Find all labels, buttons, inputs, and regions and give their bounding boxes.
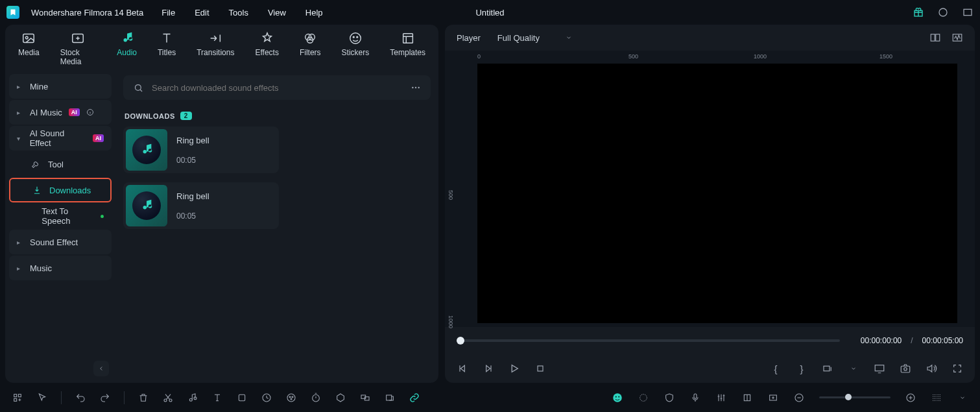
sidebar-item-tts[interactable]: Text To Speech xyxy=(9,204,112,228)
grid-view-icon[interactable] xyxy=(929,32,941,43)
tab-stock[interactable]: Stock Media xyxy=(60,31,97,66)
gift-icon[interactable] xyxy=(913,6,924,18)
snapshot-button[interactable] xyxy=(900,363,911,374)
seek-knob[interactable] xyxy=(457,337,464,345)
text-icon[interactable] xyxy=(211,392,223,404)
svg-point-10 xyxy=(353,36,354,38)
tab-templates[interactable]: Templates xyxy=(390,31,425,66)
sidebar-item-soundeffect[interactable]: ▸Sound Effect xyxy=(9,230,112,254)
wrench-icon xyxy=(30,158,42,170)
stop-button[interactable] xyxy=(534,363,546,374)
tab-filters[interactable]: Filters xyxy=(300,31,321,66)
chevron-down-icon[interactable] xyxy=(957,392,968,404)
sidebar-item-mine[interactable]: ▸Mine xyxy=(9,74,112,99)
menu-view[interactable]: View xyxy=(268,8,286,18)
window-icon[interactable] xyxy=(962,6,974,18)
separator xyxy=(124,391,125,404)
audio-card[interactable]: Ring bell00:05 xyxy=(123,127,279,173)
menu-file[interactable]: File xyxy=(161,8,175,18)
color-icon[interactable] xyxy=(285,392,297,404)
svg-point-43 xyxy=(613,393,622,402)
waveform-icon[interactable] xyxy=(951,32,963,43)
preview-canvas[interactable] xyxy=(477,64,957,323)
audio-thumbnail xyxy=(126,185,167,226)
sidebar-item-tool[interactable]: Tool xyxy=(9,152,112,176)
beat-icon[interactable] xyxy=(187,392,198,404)
more-icon[interactable] xyxy=(410,82,422,93)
effects-tool-icon[interactable] xyxy=(638,392,649,404)
add-marker-icon[interactable] xyxy=(767,392,779,404)
audio-duration: 00:05 xyxy=(176,156,209,165)
redo-button[interactable] xyxy=(99,392,111,404)
svg-point-17 xyxy=(418,87,419,88)
link-icon[interactable] xyxy=(409,392,420,404)
add-keyframe-icon[interactable] xyxy=(12,392,23,404)
group-icon[interactable] xyxy=(359,392,371,404)
info-icon xyxy=(86,106,94,118)
sidebar-item-downloads[interactable]: Downloads xyxy=(9,178,112,202)
keyframe-icon[interactable] xyxy=(384,392,396,404)
ruler-horizontal: 0 500 1000 1500 xyxy=(470,51,975,64)
zoom-out-button[interactable] xyxy=(793,392,805,404)
svg-point-11 xyxy=(357,36,358,38)
undo-button[interactable] xyxy=(75,392,86,404)
tab-transitions[interactable]: Transitions xyxy=(197,31,234,66)
play-button[interactable] xyxy=(508,363,520,374)
status-dot-icon xyxy=(101,215,104,218)
search-input[interactable] xyxy=(152,83,402,93)
sidebar-item-aimusic[interactable]: ▸AI MusicAI xyxy=(9,100,112,125)
svg-point-1 xyxy=(939,8,947,16)
svg-rect-26 xyxy=(14,394,17,396)
circle-icon[interactable] xyxy=(937,6,949,18)
ratio-button[interactable] xyxy=(822,363,833,374)
display-button[interactable] xyxy=(874,363,885,374)
zoom-slider[interactable] xyxy=(819,396,890,398)
svg-rect-42 xyxy=(387,395,392,400)
fullscreen-button[interactable] xyxy=(951,363,963,374)
seek-bar[interactable] xyxy=(457,339,840,342)
mixer-icon[interactable] xyxy=(715,392,727,404)
shield-icon[interactable] xyxy=(663,392,675,404)
ruler-vertical: 500 1000 xyxy=(445,64,470,327)
crop-icon[interactable] xyxy=(236,392,248,404)
chevron-right-icon: ▸ xyxy=(17,109,23,116)
titles-icon xyxy=(160,31,174,45)
mark-in-button[interactable]: { xyxy=(770,363,782,374)
mic-icon[interactable] xyxy=(689,392,701,404)
ai-assistant-icon[interactable] xyxy=(612,392,623,404)
timer-icon[interactable] xyxy=(310,392,322,404)
volume-button[interactable] xyxy=(926,363,937,374)
tab-audio[interactable]: Audio xyxy=(117,31,137,66)
tab-media[interactable]: Media xyxy=(18,31,40,66)
marker-icon[interactable] xyxy=(741,392,753,404)
download-icon xyxy=(31,184,43,196)
tab-effects[interactable]: Effects xyxy=(255,31,278,66)
svg-rect-23 xyxy=(875,365,884,371)
document-title: Untitled xyxy=(475,8,504,18)
menu-edit[interactable]: Edit xyxy=(195,8,209,18)
zoom-knob[interactable] xyxy=(845,394,852,400)
search-bar[interactable] xyxy=(123,75,431,100)
cut-button[interactable] xyxy=(162,392,174,404)
next-frame-button[interactable] xyxy=(483,363,494,374)
chevron-down-icon[interactable] xyxy=(848,363,859,374)
mark-out-button[interactable]: } xyxy=(796,363,807,374)
timeline-view-icon[interactable] xyxy=(931,392,942,404)
menu-tools[interactable]: Tools xyxy=(229,8,248,18)
pointer-icon[interactable] xyxy=(36,392,48,404)
quality-select[interactable]: Full Quality xyxy=(497,33,572,43)
zoom-in-button[interactable] xyxy=(905,392,916,404)
sidebar-item-music[interactable]: ▸Music xyxy=(9,256,112,280)
svg-rect-3 xyxy=(23,34,34,43)
mask-icon[interactable] xyxy=(335,392,346,404)
sidebar-item-aisound[interactable]: ▾AI Sound EffectAI xyxy=(9,126,112,151)
menu-help[interactable]: Help xyxy=(305,8,323,18)
collapse-sidebar-button[interactable] xyxy=(93,361,109,376)
audio-card[interactable]: Ring bell00:05 xyxy=(123,182,279,229)
svg-rect-24 xyxy=(901,366,910,372)
tab-titles[interactable]: Titles xyxy=(158,31,176,66)
delete-button[interactable] xyxy=(137,392,149,404)
prev-frame-button[interactable] xyxy=(457,363,468,374)
tab-stickers[interactable]: Stickers xyxy=(342,31,370,66)
speed-icon[interactable] xyxy=(261,392,272,404)
